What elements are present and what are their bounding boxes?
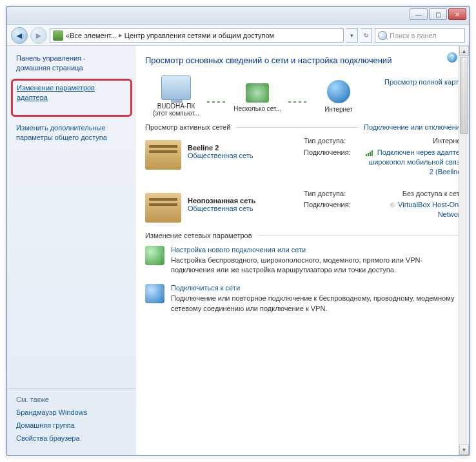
close-button[interactable] [448,8,466,20]
sidebar-link-sharing[interactable]: Изменить дополнительные параметры общего… [16,123,127,143]
breadcrumb[interactable]: « Все элемент... ▸ Центр управления сетя… [50,28,344,43]
network-name: Beeline 2 [188,144,297,152]
map-this-pc[interactable]: BUDDHA-ПК (этот компьют... [145,75,207,117]
minimize-button[interactable] [410,8,428,20]
globe-icon [327,80,350,103]
pc-icon [161,75,191,100]
see-also-header: См. также [16,396,127,403]
search-placeholder: Поиск в панел [390,32,437,39]
connection-link-virtualbox[interactable]: ⎋ VirtualBox Host-Only Network [363,200,464,219]
sidebar-link-firewall[interactable]: Брандмауэр Windows [16,408,127,416]
sidebar-link-adapter[interactable]: Изменение параметров адаптера [17,83,126,103]
scroll-up-button[interactable]: ▲ [459,46,469,56]
task-title: Подключиться к сети [171,284,464,292]
task-desc: Подключение или повторное подключение к … [171,294,464,314]
refresh-button[interactable]: ↻ [361,28,372,43]
crumb-all[interactable]: Все элемент... [70,32,117,39]
network-map: BUDDHA-ПК (этот компьют... Несколько сет… [145,75,370,117]
network-type-link[interactable]: Общественная сеть [188,152,297,159]
highlight-annotation: Изменение параметров адаптера [11,79,132,117]
sidebar-link-browser[interactable]: Свойства браузера [16,434,127,442]
scroll-down-button[interactable]: ▼ [459,445,469,455]
adapter-icon: ⎋ [390,201,395,208]
task-title: Настройка нового подключения или сети [171,246,464,254]
sidebar-home-link[interactable]: Панель управления - домашняя страница [16,54,127,74]
forward-button[interactable]: ► [30,27,47,44]
map-internet[interactable]: Интернет [308,80,370,113]
page-title: Просмотр основных сведений о сети и наст… [145,55,464,66]
back-button[interactable]: ◄ [11,27,28,44]
search-input[interactable]: Поиск в панел [375,28,465,43]
signal-icon [366,150,373,156]
network-type-link[interactable]: Общественная сеть [188,205,297,212]
connection-link-beeline[interactable]: Подключен через адаптер широкопол мобиль… [363,148,464,177]
change-settings-header: Изменение сетевых параметров [145,232,252,239]
task-desc: Настройка беспроводного, широкополосного… [171,256,464,276]
active-networks-header: Просмотр активных сетей [145,123,230,131]
address-bar: ◄ ► « Все элемент... ▸ Центр управления … [7,25,469,46]
new-connection-icon [145,246,164,265]
network-item-beeline: Beeline 2 Общественная сеть Тип доступа:… [145,134,464,181]
bench-icon [145,140,181,170]
control-panel-icon [53,30,63,41]
vertical-scrollbar[interactable]: ▲ ▼ [459,46,469,455]
network-item-unknown: Неопознанная сеть Общественная сеть Тип … [145,186,464,225]
main-content: ? Просмотр основных сведений о сети и на… [136,46,469,455]
sidebar: Панель управления - домашняя страница Из… [7,46,136,455]
crumb-current[interactable]: Центр управления сетями и общим доступом [124,32,274,39]
help-icon[interactable]: ? [447,52,457,63]
view-full-map-link[interactable]: Просмотр полной карты [370,75,464,86]
maximize-button[interactable] [429,8,447,20]
scroll-thumb[interactable] [460,57,468,134]
connect-icon [145,284,164,303]
titlebar[interactable] [7,7,469,25]
map-multi-networks[interactable]: Несколько сет... [226,81,288,112]
connect-disconnect-link[interactable]: Подключение или отключение [364,123,464,131]
network-icon [246,83,269,103]
task-connect-network[interactable]: Подключиться к сети Подключение или повт… [145,284,464,314]
window-frame: ◄ ► « Все элемент... ▸ Центр управления … [6,6,470,456]
search-icon [378,31,387,40]
network-name: Неопознанная сеть [188,197,297,205]
bench-icon [145,193,181,223]
sidebar-link-homegroup[interactable]: Домашняя группа [16,421,127,429]
task-new-connection[interactable]: Настройка нового подключения или сети На… [145,246,464,276]
dropdown-button[interactable]: ▾ [346,28,358,43]
